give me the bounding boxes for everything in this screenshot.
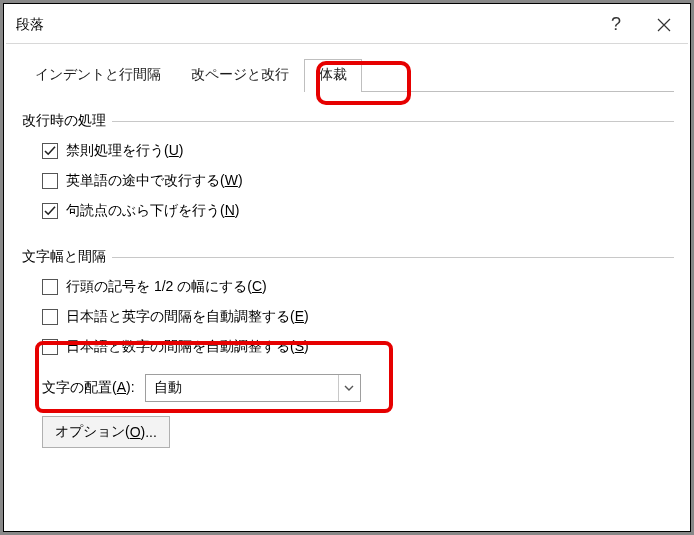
checkbox-jpn-eng-spacing[interactable]: 日本語と英字の間隔を自動調整する(E) (42, 308, 674, 326)
checkbox-kinsoku-box (42, 143, 58, 159)
group-linebreak: 改行時の処理 禁則処理を行う(U) 英単語の途中で改行する( (22, 112, 674, 220)
checkbox-eiword-label: 英単語の途中で改行する(W) (66, 172, 243, 190)
tab-pagebreak[interactable]: 改ページと改行 (176, 59, 304, 92)
group-charspacing-title: 文字幅と間隔 (22, 248, 112, 266)
titlebar: 段落 ? (6, 6, 688, 44)
tab-pane-typography: 改行時の処理 禁則処理を行う(U) 英単語の途中で改行する( (20, 92, 674, 448)
tab-strip: インデントと行間隔 改ページと改行 体裁 (20, 58, 674, 92)
group-charspacing: 文字幅と間隔 行頭の記号を 1/2 の幅にする(C) 日本語 (22, 248, 674, 448)
checkbox-kutou-label: 句読点のぶら下げを行う(N) (66, 202, 239, 220)
group-linebreak-header: 改行時の処理 (22, 112, 674, 130)
text-alignment-label: 文字の配置(A): (42, 379, 135, 397)
checkmark-icon (44, 205, 56, 217)
text-alignment-value: 自動 (146, 379, 338, 397)
checkbox-halfwidth-label: 行頭の記号を 1/2 の幅にする(C) (66, 278, 267, 296)
checkbox-kinsoku-label: 禁則処理を行う(U) (66, 142, 183, 160)
checkbox-jpn-num-spacing[interactable]: 日本語と数字の間隔を自動調整する(S) (42, 338, 674, 356)
paragraph-dialog: 段落 ? インデントと行間隔 改ページと改行 体裁 改行時の処理 (6, 6, 688, 529)
checkbox-kutou[interactable]: 句読点のぶら下げを行う(N) (42, 202, 674, 220)
group-divider-line (112, 257, 674, 258)
chevron-down-icon (344, 383, 354, 393)
checkbox-halfwidth[interactable]: 行頭の記号を 1/2 の幅にする(C) (42, 278, 674, 296)
group-linebreak-title: 改行時の処理 (22, 112, 112, 130)
checkmark-icon (44, 145, 56, 157)
dialog-title: 段落 (16, 16, 592, 34)
checkbox-kinsoku[interactable]: 禁則処理を行う(U) (42, 142, 674, 160)
checkbox-eiword-box (42, 173, 58, 189)
text-alignment-row: 文字の配置(A): 自動 (42, 374, 674, 402)
group-linebreak-body: 禁則処理を行う(U) 英単語の途中で改行する(W) 句読点のぶら下げを行う(N) (22, 142, 674, 220)
help-button[interactable]: ? (592, 6, 640, 43)
checkbox-kutou-box (42, 203, 58, 219)
checkbox-jpn-num-spacing-label: 日本語と数字の間隔を自動調整する(S) (66, 338, 309, 356)
close-icon (657, 18, 671, 32)
checkbox-jpn-eng-spacing-box (42, 309, 58, 325)
tab-indent[interactable]: インデントと行間隔 (20, 59, 176, 92)
checkbox-eiword[interactable]: 英単語の途中で改行する(W) (42, 172, 674, 190)
dialog-content: インデントと行間隔 改ページと改行 体裁 改行時の処理 禁則処理を行う(U) (6, 44, 688, 529)
group-charspacing-body: 行頭の記号を 1/2 の幅にする(C) 日本語と英字の間隔を自動調整する(E) … (22, 278, 674, 402)
group-charspacing-header: 文字幅と間隔 (22, 248, 674, 266)
checkbox-halfwidth-box (42, 279, 58, 295)
combo-dropdown-button[interactable] (338, 375, 360, 401)
group-divider-line (112, 121, 674, 122)
checkbox-jpn-num-spacing-box (42, 339, 58, 355)
options-button[interactable]: オプション(O)... (42, 416, 170, 448)
tab-typography[interactable]: 体裁 (304, 59, 362, 92)
checkbox-jpn-eng-spacing-label: 日本語と英字の間隔を自動調整する(E) (66, 308, 309, 326)
close-button[interactable] (640, 6, 688, 43)
text-alignment-combo[interactable]: 自動 (145, 374, 361, 402)
